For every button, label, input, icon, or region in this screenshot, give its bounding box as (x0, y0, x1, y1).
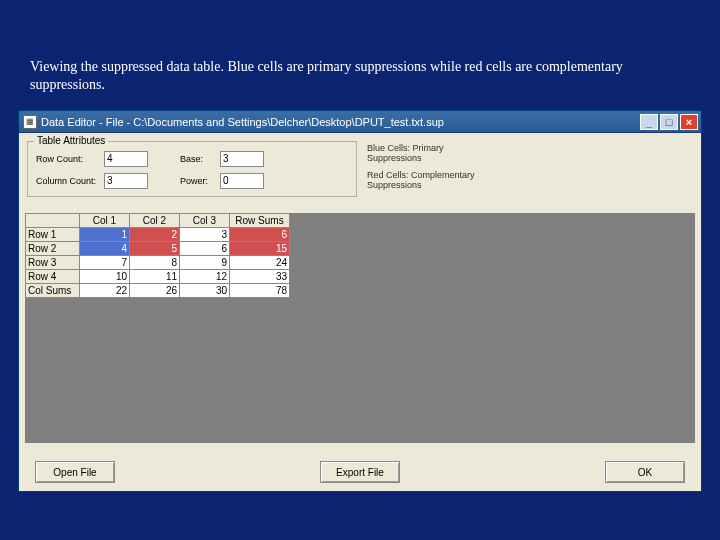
export-file-button[interactable]: Export File (320, 461, 400, 483)
column-count-label: Column Count: (36, 176, 100, 186)
table-cell[interactable]: 4 (80, 242, 130, 256)
colsum-row: Col Sums 22 26 30 78 (26, 284, 290, 298)
row-header: Row 1 (26, 228, 80, 242)
col-header: Col 2 (130, 214, 180, 228)
table-attributes-group: Table Attributes Row Count: 4 Base: 3 Co… (27, 141, 357, 197)
app-icon: ▦ (23, 115, 37, 129)
rowsum-cell: 15 (230, 242, 290, 256)
data-editor-window: ▦ Data Editor - File - C:\Documents and … (18, 110, 702, 492)
ok-button[interactable]: OK (605, 461, 685, 483)
power-input[interactable]: 0 (220, 173, 264, 189)
button-row: Open File Export File OK (19, 461, 701, 483)
open-file-button[interactable]: Open File (35, 461, 115, 483)
table-row: Row 4 10 11 12 33 (26, 270, 290, 284)
row-count-input[interactable]: 4 (104, 151, 148, 167)
col-header: Col 1 (80, 214, 130, 228)
base-input[interactable]: 3 (220, 151, 264, 167)
table-cell[interactable]: 3 (180, 228, 230, 242)
close-button[interactable]: × (680, 114, 698, 130)
table-cell[interactable]: 12 (180, 270, 230, 284)
colsum-cell: 30 (180, 284, 230, 298)
row-header: Row 3 (26, 256, 80, 270)
power-label: Power: (180, 176, 216, 186)
table-row: Row 1 1 2 3 6 (26, 228, 290, 242)
colsum-header: Col Sums (26, 284, 80, 298)
table-cell[interactable]: 5 (130, 242, 180, 256)
rowsum-cell: 24 (230, 256, 290, 270)
column-count-input[interactable]: 3 (104, 173, 148, 189)
color-legend: Blue Cells: Primary Suppressions Red Cel… (367, 143, 487, 196)
rowsum-cell: 33 (230, 270, 290, 284)
colsum-cell: 26 (130, 284, 180, 298)
table-cell[interactable]: 11 (130, 270, 180, 284)
colsum-cell: 22 (80, 284, 130, 298)
table-cell[interactable]: 9 (180, 256, 230, 270)
row-header: Row 2 (26, 242, 80, 256)
rowsum-cell: 6 (230, 228, 290, 242)
table-corner (26, 214, 80, 228)
table-cell[interactable]: 6 (180, 242, 230, 256)
table-cell[interactable]: 1 (80, 228, 130, 242)
table-cell[interactable]: 10 (80, 270, 130, 284)
grid-panel: Col 1 Col 2 Col 3 Row Sums Row 1 1 2 3 6… (25, 213, 695, 443)
rowsum-header: Row Sums (230, 214, 290, 228)
table-cell[interactable]: 2 (130, 228, 180, 242)
base-label: Base: (180, 154, 216, 164)
attributes-legend: Table Attributes (34, 135, 108, 146)
table-row: Row 3 7 8 9 24 (26, 256, 290, 270)
red-cells-legend: Red Cells: Complementary Suppressions (367, 170, 487, 191)
row-header: Row 4 (26, 270, 80, 284)
window-title: Data Editor - File - C:\Documents and Se… (41, 116, 638, 128)
table-cell[interactable]: 7 (80, 256, 130, 270)
table-cell[interactable]: 8 (130, 256, 180, 270)
caption-text: Viewing the suppressed data table. Blue … (30, 58, 650, 94)
titlebar: ▦ Data Editor - File - C:\Documents and … (19, 111, 701, 133)
window-content: Table Attributes Row Count: 4 Base: 3 Co… (19, 133, 701, 491)
maximize-button[interactable]: □ (660, 114, 678, 130)
row-count-label: Row Count: (36, 154, 100, 164)
minimize-button[interactable]: _ (640, 114, 658, 130)
table-row: Row 2 4 5 6 15 (26, 242, 290, 256)
col-header: Col 3 (180, 214, 230, 228)
grand-total-cell: 78 (230, 284, 290, 298)
blue-cells-legend: Blue Cells: Primary Suppressions (367, 143, 487, 164)
data-table[interactable]: Col 1 Col 2 Col 3 Row Sums Row 1 1 2 3 6… (25, 213, 290, 298)
